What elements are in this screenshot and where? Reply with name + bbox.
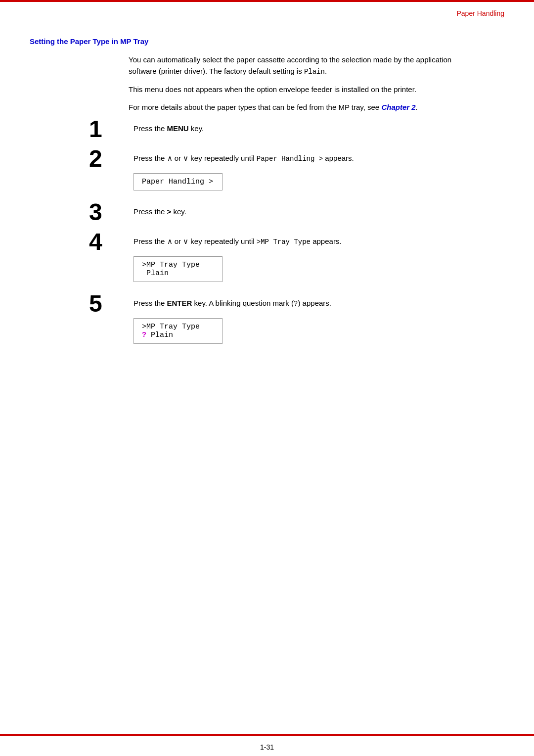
intro-paragraphs: You can automatically select the paper c… <box>129 54 475 113</box>
step-4-content: Press the ∧ or ∨ key repeatedly until >M… <box>134 233 475 286</box>
step-2-content: Press the ∧ or ∨ key repeatedly until Pa… <box>134 150 475 194</box>
step-2: 2 Press the ∧ or ∨ key repeatedly until … <box>89 150 475 194</box>
paragraph-1: You can automatically select the paper c… <box>129 54 475 77</box>
step-4-text: Press the ∧ or ∨ key repeatedly until >M… <box>134 236 475 247</box>
header-title: Paper Handling <box>456 9 504 17</box>
step-1-content: Press the MENU key. <box>134 120 475 140</box>
top-border-line <box>0 0 534 2</box>
step-2-mono: Paper Handling > <box>257 155 323 163</box>
step-1: 1 Press the MENU key. <box>89 120 475 141</box>
step-5-lcd: >MP Tray Type ? Plain <box>134 318 222 344</box>
step-5-text: Press the ENTER key. A blinking question… <box>134 298 475 309</box>
step-5: 5 Press the ENTER key. A blinking questi… <box>89 295 475 348</box>
step-4-lcd-line2: Plain <box>142 269 214 278</box>
step-number-3: 3 <box>89 200 129 224</box>
step-5-lcd-line2: ? Plain <box>142 331 214 339</box>
step-4-mono: >MP Tray Type <box>257 238 311 246</box>
chapter-link[interactable]: Chapter 2 <box>381 103 415 111</box>
paragraph-3: For more details about the paper types t… <box>129 102 475 113</box>
step-2-text: Press the ∧ or ∨ key repeatedly until Pa… <box>134 153 475 164</box>
step-number-4: 4 <box>89 230 129 254</box>
paragraph-2: This menu does not appears when the opti… <box>129 84 475 95</box>
menu-key: MENU <box>167 124 189 133</box>
bottom-border-line <box>0 734 534 736</box>
step-1-text: Press the MENU key. <box>134 123 475 135</box>
step-2-lcd: Paper Handling > <box>134 173 222 190</box>
enter-key: ENTER <box>167 299 192 307</box>
blink-cursor: ? <box>142 331 146 339</box>
step-4-lcd-line1: >MP Tray Type <box>142 261 214 269</box>
step-3: 3 Press the > key. <box>89 203 475 224</box>
step-number-2: 2 <box>89 147 129 171</box>
step-4-lcd: >MP Tray Type Plain <box>134 256 222 282</box>
main-content: Setting the Paper Type in MP Tray You ca… <box>0 17 534 386</box>
page-number: 1-31 <box>260 743 274 751</box>
steps-container: 1 Press the MENU key. 2 Press the ∧ or ∨… <box>89 120 475 348</box>
page-header: Paper Handling <box>0 0 534 17</box>
page-footer: 1-31 <box>0 743 534 751</box>
section-heading: Setting the Paper Type in MP Tray <box>30 37 504 46</box>
step-3-text: Press the > key. <box>134 206 475 218</box>
step-4: 4 Press the ∧ or ∨ key repeatedly until … <box>89 233 475 286</box>
step-5-qmark: ? <box>294 300 298 308</box>
step-5-lcd-line1: >MP Tray Type <box>142 323 214 331</box>
step-number-5: 5 <box>89 292 129 316</box>
step-5-content: Press the ENTER key. A blinking question… <box>134 295 475 348</box>
plain-code: Plain <box>304 68 325 76</box>
step-2-lcd-line1: Paper Handling > <box>142 178 214 186</box>
gt-key: > <box>167 207 172 216</box>
step-3-content: Press the > key. <box>134 203 475 223</box>
step-number-1: 1 <box>89 117 129 141</box>
